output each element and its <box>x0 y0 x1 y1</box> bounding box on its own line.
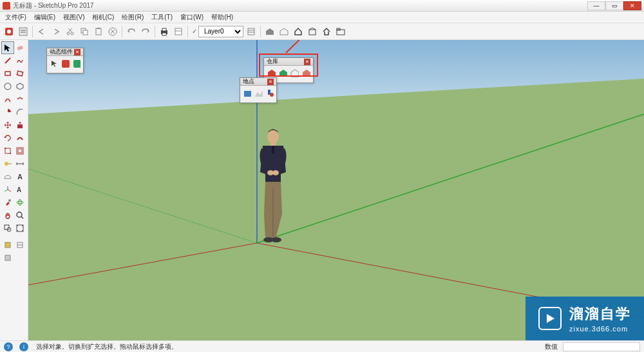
scale-tool-icon[interactable] <box>1 144 14 157</box>
3d-viewport[interactable]: 动态组件✕ 仓库✕ 地点✕ <box>28 40 644 340</box>
text-tool-icon[interactable]: A <box>14 170 27 183</box>
svg-rect-58 <box>5 242 10 248</box>
main-toolbar: ✓ Layer0 <box>0 23 644 40</box>
info-icon[interactable]: i <box>19 342 28 351</box>
eraser-tool-icon[interactable] <box>14 41 27 54</box>
pie-tool-icon[interactable] <box>1 106 14 119</box>
paste-icon[interactable] <box>92 25 105 38</box>
close-icon[interactable]: ✕ <box>74 49 80 55</box>
svg-rect-27 <box>17 46 23 50</box>
section-tool-icon[interactable] <box>1 239 14 251</box>
dynamic-components-panel[interactable]: 动态组件✕ <box>46 48 84 73</box>
undo-icon[interactable] <box>35 25 48 38</box>
arc-tool-icon[interactable] <box>1 93 14 106</box>
section-display-icon[interactable] <box>14 239 27 251</box>
print-icon[interactable] <box>158 25 171 38</box>
arc2-tool-icon[interactable] <box>14 93 27 106</box>
protractor-tool-icon[interactable] <box>1 170 14 183</box>
dimension-tool-icon[interactable] <box>14 157 27 170</box>
panel-title-label: 动态组件 <box>50 48 73 56</box>
freehand-tool-icon[interactable] <box>14 54 27 67</box>
svg-point-69 <box>271 237 281 242</box>
rotate-tool-icon[interactable] <box>1 132 14 144</box>
axes-tool-icon[interactable] <box>1 183 14 196</box>
help-icon[interactable]: ? <box>4 342 13 351</box>
tape-tool-icon[interactable] <box>1 157 14 170</box>
share-component-icon[interactable] <box>301 68 311 81</box>
svg-point-52 <box>19 199 21 206</box>
extension-warehouse-icon[interactable] <box>289 68 299 81</box>
menu-draw[interactable]: 绘图(R) <box>118 13 147 22</box>
value-label: 数值 <box>545 342 558 351</box>
component-attributes-icon[interactable] <box>17 25 30 38</box>
close-icon[interactable]: ✕ <box>304 59 310 65</box>
component-options-icon[interactable] <box>3 25 15 38</box>
panel-title-label: 地点 <box>243 77 254 86</box>
3dtext-tool-icon[interactable]: A <box>14 183 27 196</box>
menu-edit[interactable]: 编辑(E) <box>30 13 59 22</box>
redo2-icon[interactable] <box>139 25 152 38</box>
component-options-icon[interactable] <box>60 58 70 71</box>
extension-icon[interactable] <box>306 25 319 38</box>
circle-tool-icon[interactable] <box>1 80 14 93</box>
undo2-icon[interactable] <box>125 25 138 38</box>
warehouse2-icon[interactable] <box>278 25 290 38</box>
location-panel[interactable]: 地点✕ <box>240 77 277 103</box>
window-controls: — ▭ ✕ <box>587 1 641 10</box>
rectangle-tool-icon[interactable] <box>1 67 14 80</box>
svg-rect-61 <box>5 255 10 260</box>
cut-icon[interactable] <box>64 25 77 38</box>
followme-tool-icon[interactable] <box>14 132 27 144</box>
minimize-button[interactable]: — <box>587 1 605 10</box>
photo-textures-icon[interactable] <box>265 88 274 101</box>
redo-icon[interactable] <box>50 25 62 38</box>
svg-rect-65 <box>270 142 276 146</box>
zoom-window-tool-icon[interactable] <box>1 222 14 235</box>
menu-window[interactable]: 窗口(W) <box>176 13 207 22</box>
maximize-button[interactable]: ▭ <box>605 1 623 10</box>
house-icon[interactable] <box>320 25 333 38</box>
delete-icon[interactable] <box>106 25 119 38</box>
value-input[interactable] <box>563 342 640 351</box>
home-icon[interactable] <box>292 25 305 38</box>
svg-rect-35 <box>5 148 6 149</box>
svg-line-47 <box>8 190 11 191</box>
select-tool-icon[interactable] <box>1 41 14 54</box>
layer-select[interactable]: Layer0 <box>198 26 243 37</box>
menu-help[interactable]: 帮助(H) <box>207 13 237 22</box>
zoom-extents-tool-icon[interactable] <box>14 222 27 235</box>
line-tool-icon[interactable] <box>1 54 14 67</box>
toggle-terrain-icon[interactable] <box>253 88 263 101</box>
interact-icon[interactable] <box>49 58 59 71</box>
arc3-tool-icon[interactable] <box>14 106 27 119</box>
menu-view[interactable]: 视图(V) <box>59 13 88 22</box>
move-tool-icon[interactable] <box>1 119 14 132</box>
svg-rect-33 <box>17 124 23 128</box>
menu-camera[interactable]: 相机(C) <box>88 13 118 22</box>
zoom-tool-icon[interactable] <box>14 209 27 222</box>
close-button[interactable]: ✕ <box>623 1 641 10</box>
pushpull-tool-icon[interactable] <box>14 119 27 132</box>
polygon-tool-icon[interactable] <box>14 80 27 93</box>
share-model-icon[interactable] <box>278 68 288 81</box>
orbit-tool-icon[interactable] <box>14 196 27 209</box>
offset-tool-icon[interactable] <box>14 144 27 157</box>
section-cut-icon[interactable] <box>1 251 14 264</box>
copy-icon[interactable] <box>78 25 91 38</box>
svg-marker-77 <box>547 314 554 323</box>
component-attributes-icon[interactable] <box>71 58 81 71</box>
svg-rect-70 <box>62 60 69 68</box>
model-info-icon[interactable] <box>172 25 185 38</box>
layer-manager-icon[interactable] <box>245 25 258 38</box>
folder-icon[interactable] <box>334 25 347 38</box>
warehouse-icon[interactable] <box>263 25 276 38</box>
rotated-rect-tool-icon[interactable] <box>14 67 27 80</box>
menu-tools[interactable]: 工具(T) <box>147 13 176 22</box>
pan-tool-icon[interactable] <box>1 209 14 222</box>
menu-file[interactable]: 文件(F) <box>1 13 30 22</box>
add-location-icon[interactable] <box>242 88 252 101</box>
statusbar: ? i 选择对象。切换到扩充选择。拖动鼠标选择多项。 数值 <box>0 340 644 352</box>
svg-line-48 <box>5 190 8 191</box>
paint-tool-icon[interactable] <box>1 196 14 209</box>
close-icon[interactable]: ✕ <box>267 79 274 85</box>
